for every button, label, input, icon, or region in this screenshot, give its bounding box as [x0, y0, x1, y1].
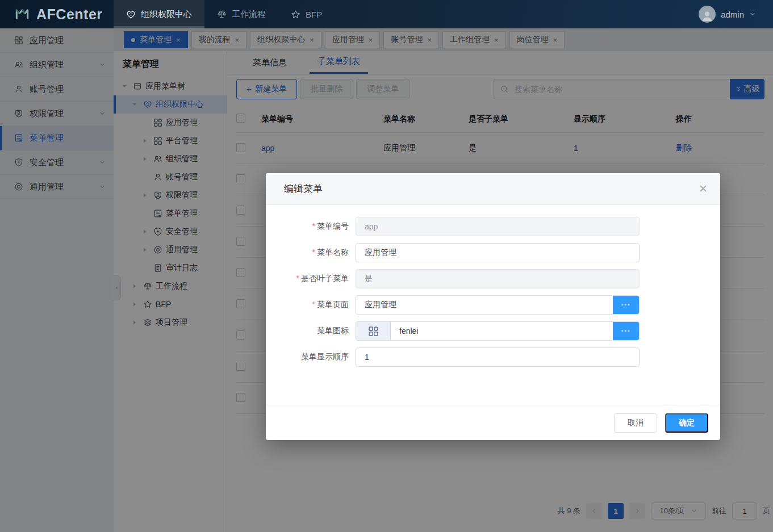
edit-menu-dialog: 编辑菜单 ✕ *菜单编号 *菜单名称 *是否叶子菜单 [266, 173, 720, 440]
dialog-header: 编辑菜单 ✕ [266, 173, 720, 205]
menu-icon-input[interactable] [391, 322, 613, 340]
form-row-menu-icon: 菜单图标 ··· [266, 321, 720, 341]
form-row-is-leaf: *是否叶子菜单 [266, 269, 720, 288]
dialog-body: *菜单编号 *菜单名称 *是否叶子菜单 *菜单页面 [266, 205, 720, 367]
field-label: 菜单图标 [266, 326, 356, 336]
is-leaf-input [356, 270, 639, 288]
logo-icon [14, 6, 31, 23]
user-name: admin [721, 10, 744, 19]
field-label: *菜单名称 [266, 248, 356, 258]
close-icon[interactable]: ✕ [699, 183, 708, 194]
menu-page-picker-button[interactable]: ··· [613, 296, 639, 314]
field-label: *菜单页面 [266, 300, 356, 310]
cancel-button[interactable]: 取消 [614, 413, 657, 433]
required-marker: * [312, 300, 315, 309]
confirm-button[interactable]: 确定 [665, 413, 708, 433]
menu-icon-picker-button[interactable]: ··· [613, 322, 639, 340]
menu-page-input[interactable] [356, 296, 613, 314]
nav-item-org-permission-center[interactable]: 组织权限中心 [114, 0, 204, 28]
dialog-footer: 取消 确定 [266, 405, 720, 440]
form-row-menu-name: *菜单名称 [266, 243, 720, 262]
form-row-display-order: 菜单显示顺序 [266, 347, 720, 367]
user-icon [700, 9, 714, 23]
menu-id-input [356, 217, 639, 236]
nav-item-workflow[interactable]: 工作流程 [204, 0, 278, 28]
user-menu[interactable]: admin [699, 0, 773, 28]
grid-icon [368, 326, 379, 337]
top-navbar: AFCenter 组织权限中心 工作流程 BFP admin [0, 0, 773, 28]
required-marker: * [312, 248, 315, 257]
required-marker: * [296, 274, 299, 283]
selected-menu-icon-preview [356, 322, 391, 340]
logo-text: AFCenter [36, 6, 103, 23]
nav-item-bfp[interactable]: BFP [278, 0, 335, 28]
required-marker: * [312, 221, 315, 231]
form-row-menu-id: *菜单编号 [266, 217, 720, 236]
heart-smile-icon [126, 10, 136, 19]
chevron-down-icon [749, 11, 756, 18]
field-label: *是否叶子菜单 [266, 274, 356, 284]
form-row-menu-page: *菜单页面 ··· [266, 295, 720, 315]
nav-item-label: 组织权限中心 [141, 9, 192, 20]
dialog-title: 编辑菜单 [284, 182, 323, 195]
field-label: *菜单编号 [266, 221, 356, 232]
field-label: 菜单显示顺序 [266, 352, 356, 362]
nav-item-label: 工作流程 [232, 9, 266, 20]
avatar [699, 6, 716, 23]
scale-icon [217, 10, 227, 19]
menu-name-input[interactable] [356, 244, 639, 262]
star-icon [291, 10, 300, 19]
app-logo[interactable]: AFCenter [0, 0, 114, 28]
nav-item-label: BFP [306, 10, 322, 19]
display-order-input[interactable] [356, 348, 639, 366]
